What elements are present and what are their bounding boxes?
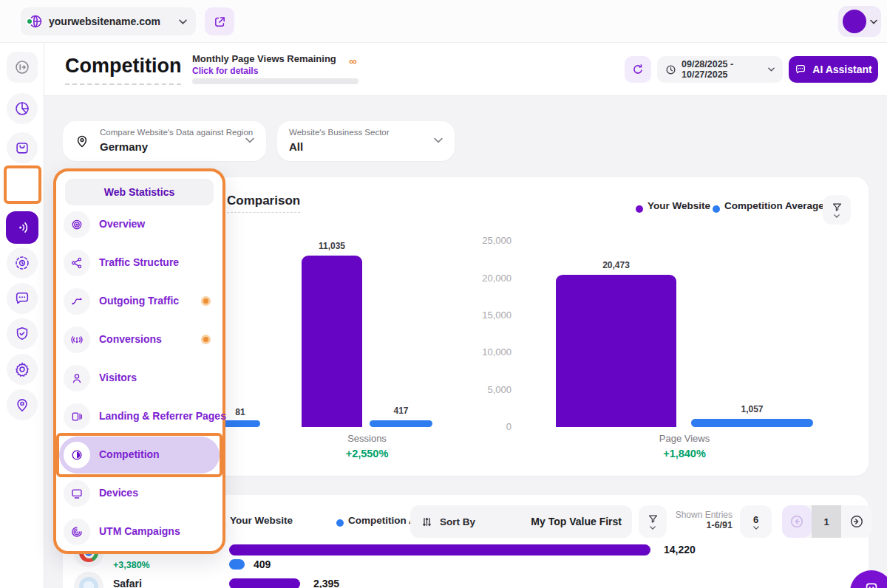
outgoing-route-icon bbox=[64, 288, 90, 315]
table-funnel-icon bbox=[648, 513, 659, 524]
y-tick: 20,000 bbox=[467, 273, 512, 284]
shown-entries-label: Shown Entries bbox=[667, 510, 733, 520]
user-menu-chevron-down-icon bbox=[870, 19, 877, 24]
ai-assistant-button[interactable]: AI Assistant bbox=[789, 56, 878, 83]
notification-badge bbox=[201, 335, 211, 344]
menu-item-landing-referrer-pages[interactable]: Landing & Referrer Pages bbox=[56, 403, 222, 430]
menu-item-devices[interactable]: Devices bbox=[56, 480, 222, 507]
arrow-left-circle-icon bbox=[789, 514, 804, 529]
prev-page-button[interactable] bbox=[782, 505, 812, 538]
chart-filter-button[interactable] bbox=[823, 195, 851, 225]
refresh-button[interactable] bbox=[625, 56, 651, 83]
sector-filter-label: Website's Business Sector bbox=[289, 128, 390, 137]
menu-item-conversions[interactable]: Conversions bbox=[56, 327, 222, 353]
menu-item-label: UTM Campaigns bbox=[99, 525, 180, 537]
overview-bullseye-icon bbox=[64, 211, 90, 238]
menu-item-overview[interactable]: Overview bbox=[56, 211, 222, 238]
region-chevron-down-icon bbox=[245, 137, 254, 143]
bar-partial-competition[interactable] bbox=[220, 420, 260, 427]
sidebar-item-session-replays[interactable] bbox=[7, 247, 38, 278]
sidebar-item-location[interactable] bbox=[7, 389, 38, 420]
menu-item-traffic-structure[interactable]: Traffic Structure bbox=[56, 250, 222, 276]
menu-item-utm-campaigns[interactable]: UTM Campaigns bbox=[56, 519, 222, 545]
legend-competition-label: Competition Average bbox=[724, 200, 824, 211]
y-tick: 0 bbox=[467, 421, 512, 432]
menu-item-label: Overview bbox=[99, 218, 145, 230]
table-filter-chevron-down-icon bbox=[650, 526, 656, 530]
page-title: Competition bbox=[65, 55, 181, 85]
legend-your-website-label: Your Website bbox=[648, 200, 710, 211]
table-filter-button[interactable] bbox=[639, 505, 667, 538]
menu-item-label: Traffic Structure bbox=[99, 256, 179, 268]
utm-spiral-icon bbox=[64, 519, 90, 545]
hbar-value-chrome-your: 14,220 bbox=[664, 544, 696, 555]
external-link-icon bbox=[214, 16, 226, 28]
bar-pageviews-competition[interactable] bbox=[691, 419, 813, 427]
ai-assistant-label: AI Assistant bbox=[812, 64, 871, 75]
shopping-bag-icon bbox=[14, 140, 30, 156]
legend-your-website-dot bbox=[636, 205, 643, 213]
refresh-icon bbox=[631, 63, 645, 76]
arrow-right-circle-icon bbox=[849, 514, 864, 529]
menu-item-label: Outgoing Traffic bbox=[99, 295, 179, 307]
region-filter-value: Germany bbox=[100, 140, 148, 153]
menu-item-visitors[interactable]: Visitors bbox=[56, 365, 222, 392]
bar-sessions-your-website[interactable] bbox=[302, 256, 362, 427]
page-size-select[interactable]: 6 bbox=[740, 505, 772, 538]
sector-filter[interactable]: Website's Business Sector All bbox=[277, 121, 455, 161]
location-pin-icon bbox=[14, 397, 30, 413]
collapse-arrow-icon bbox=[14, 59, 30, 75]
sidebar-item-web-statistics-active[interactable] bbox=[6, 211, 38, 244]
hbar-chrome-competition[interactable] bbox=[229, 559, 245, 570]
sidebar-item-dashboard[interactable] bbox=[7, 93, 38, 124]
bar-value-partial: 81 bbox=[220, 407, 260, 417]
shown-entries-range: 1-6/91 bbox=[667, 520, 733, 530]
category-label-sessions: Sessions bbox=[302, 433, 432, 444]
hbar-safari-your-website[interactable] bbox=[229, 578, 300, 588]
sidebar-nav bbox=[0, 43, 44, 588]
sidebar-item-feedback[interactable] bbox=[7, 283, 38, 314]
y-tick: 5,000 bbox=[467, 384, 512, 395]
bar-value-pageviews-your: 20,473 bbox=[556, 260, 676, 270]
table-row-safari-icon-wrap bbox=[74, 572, 103, 588]
change-label-sessions: +2,550% bbox=[302, 448, 432, 459]
hbar-value-safari-your: 2,395 bbox=[313, 578, 339, 588]
sort-by-control[interactable]: Sort By My Top Value First bbox=[410, 505, 632, 538]
chart-title: Comparison bbox=[227, 194, 300, 213]
region-pin-icon bbox=[75, 134, 89, 148]
menu-item-label: Competition bbox=[99, 448, 160, 460]
competition-half-circle-icon bbox=[64, 442, 90, 468]
menu-item-label: Visitors bbox=[99, 372, 137, 383]
pagination: 1 bbox=[782, 505, 872, 538]
region-filter[interactable]: Compare Website's Data against Region Ge… bbox=[63, 121, 266, 161]
sidebar-item-settings[interactable] bbox=[7, 354, 38, 385]
hbar-chrome-your-website[interactable] bbox=[229, 544, 650, 555]
bar-pageviews-your-website[interactable] bbox=[556, 275, 676, 427]
sector-chevron-down-icon bbox=[434, 137, 443, 143]
sidebar-collapse-button[interactable] bbox=[7, 52, 38, 83]
safari-icon bbox=[79, 577, 98, 588]
quota-infinity-icon: ∞ bbox=[349, 55, 357, 67]
current-page[interactable]: 1 bbox=[812, 505, 841, 538]
menu-item-competition-active[interactable]: Competition bbox=[59, 437, 220, 474]
open-website-button[interactable] bbox=[205, 7, 234, 35]
bar-value-sessions-your: 11,035 bbox=[302, 241, 362, 251]
quota-details-link[interactable]: Click for details bbox=[192, 66, 258, 76]
conversions-announce-icon bbox=[64, 327, 90, 353]
table-legend-your-label: Your Website bbox=[230, 515, 293, 526]
menu-item-outgoing-traffic[interactable]: Outgoing Traffic bbox=[56, 288, 222, 315]
sidebar-item-security[interactable] bbox=[7, 318, 38, 349]
sort-by-value: My Top Value First bbox=[531, 516, 622, 527]
table-legend-competition-dot bbox=[336, 519, 344, 527]
menu-item-label: Conversions bbox=[99, 333, 162, 345]
next-page-button[interactable] bbox=[841, 505, 872, 538]
bar-sessions-competition[interactable] bbox=[370, 420, 432, 427]
website-selector[interactable]: yourwebsitename.com bbox=[21, 7, 196, 35]
website-name: yourwebsitename.com bbox=[49, 16, 160, 27]
region-filter-label: Compare Website's Data against Region bbox=[100, 128, 253, 137]
user-menu[interactable] bbox=[838, 6, 881, 37]
row-chrome-change: +3,380% bbox=[113, 560, 150, 570]
sidebar-item-store[interactable] bbox=[7, 132, 38, 163]
date-range-picker[interactable]: 09/28/2025 - 10/27/2025 bbox=[657, 56, 783, 83]
clock-icon bbox=[665, 64, 676, 75]
